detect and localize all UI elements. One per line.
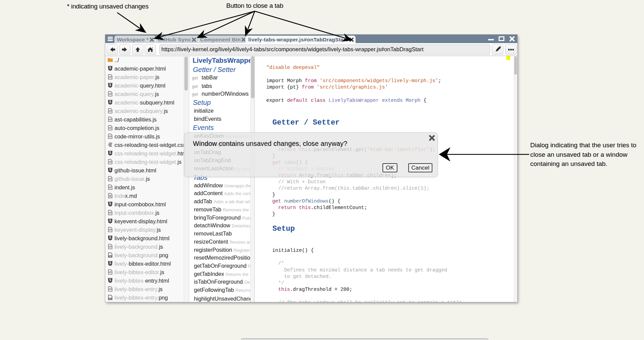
svg-text:5: 5 bbox=[109, 202, 111, 206]
svg-text:5: 5 bbox=[109, 100, 111, 104]
svg-text:5: 5 bbox=[109, 261, 111, 265]
svg-text:5: 5 bbox=[109, 236, 111, 240]
svg-text:5: 5 bbox=[109, 168, 111, 172]
svg-text:5: 5 bbox=[109, 219, 111, 223]
svg-text:5: 5 bbox=[109, 278, 111, 282]
svg-text:5: 5 bbox=[109, 151, 111, 155]
svg-text:5: 5 bbox=[109, 83, 111, 87]
svg-text:5: 5 bbox=[109, 66, 111, 70]
